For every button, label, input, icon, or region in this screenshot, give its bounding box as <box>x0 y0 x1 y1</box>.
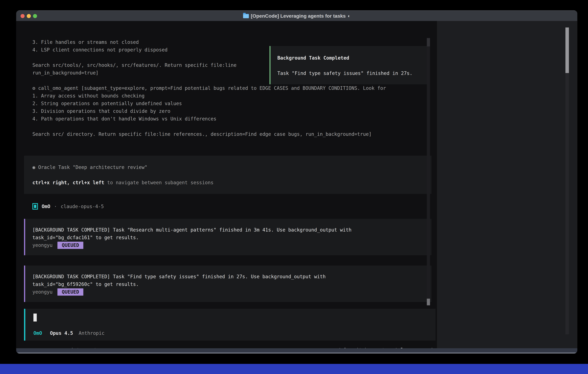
background-task-toast: Background Task Completed Task "Find typ… <box>270 46 430 84</box>
task-result-meta: yeongyuQUEUED <box>32 241 431 249</box>
tool-call-tail: Search src/ directory. Return specific f… <box>32 130 423 138</box>
prompt-input[interactable]: OmO Opus 4.5 Anthropic <box>24 309 435 341</box>
folder-icon <box>243 14 249 18</box>
transcript-line: 3. File handles or streams not closed <box>32 38 423 46</box>
task-result-meta: yeongyuQUEUED <box>32 288 431 296</box>
input-agent-name: OmO <box>33 329 42 337</box>
tool-call-item: 1. Array access without bounds checking <box>32 92 423 100</box>
agent-header: OmO · claude-opus-4-5 <box>32 202 104 210</box>
transcript-spacer <box>32 123 423 130</box>
window-titlebar[interactable]: [OpenCode] Leveraging agents for tasks ◐ <box>16 10 577 21</box>
toast-body: Task "Find type safety issues" finished … <box>277 69 429 77</box>
sidebar-scrollbar-thumb[interactable] <box>566 28 569 73</box>
close-button[interactable] <box>21 14 25 18</box>
gear-icon: ⚙ <box>32 85 35 91</box>
input-provider-name: Anthropic <box>79 329 105 337</box>
task-author: yeongyu <box>32 242 52 248</box>
agent-icon <box>32 203 38 209</box>
separator-dot: · <box>54 203 57 210</box>
task-result-line1: [BACKGROUND TASK COMPLETED] Task "Find t… <box>32 273 431 280</box>
agent-name: OmO <box>42 203 50 210</box>
model-line: OmO Opus 4.5 Anthropic <box>33 329 105 337</box>
oracle-hint-line: ctrl+x right, ctrl+x left to navigate be… <box>32 179 431 187</box>
task-result-line1: [BACKGROUND TASK COMPLETED] Task "Resear… <box>32 226 431 234</box>
oracle-keybinding-desc: to navigate between subagent sessions <box>104 180 214 185</box>
task-result-line2: task_id="bg_6f59260c" to get results. <box>32 280 431 288</box>
task-author: yeongyu <box>32 289 52 295</box>
window-title: [OpenCode] Leveraging agents for tasks <box>251 13 346 19</box>
tool-call-text: call_omo_agent [subagent_type=explore, p… <box>38 85 386 91</box>
oracle-title-line: ◉ Oracle Task "Deep architecture review" <box>32 163 431 171</box>
toast-spacer <box>277 62 429 69</box>
desktop-wallpaper-band <box>0 364 588 374</box>
oracle-keybinding: ctrl+x right, ctrl+x left <box>32 180 104 185</box>
terminal-window: [OpenCode] Leveraging agents for tasks ◐… <box>16 10 577 353</box>
zoom-button[interactable] <box>33 14 37 18</box>
oracle-spacer <box>32 171 431 179</box>
oracle-task-box: ◉ Oracle Task "Deep architecture review"… <box>24 156 431 194</box>
task-result-line2: task_id="bg_dcfac161" to get results. <box>32 234 431 241</box>
text-cursor <box>33 313 37 322</box>
main-content: 3. File handles or streams not closed 4.… <box>16 21 437 348</box>
tool-call-item: 4. Path operations that don't handle Win… <box>32 115 423 123</box>
status-badge: QUEUED <box>57 288 83 296</box>
record-icon: ◉ <box>32 165 35 170</box>
tool-call-line: ⚙ call_omo_agent [subagent_type=explore,… <box>32 84 423 92</box>
task-result-card: [BACKGROUND TASK COMPLETED] Task "Resear… <box>24 219 431 255</box>
main-scrollbar-track[interactable] <box>427 38 430 306</box>
status-badge: QUEUED <box>57 242 83 249</box>
window-footer <box>16 348 577 353</box>
input-model-name: Opus 4.5 <box>50 329 73 337</box>
traffic-lights <box>21 11 37 21</box>
sidebar-scrollbar-track[interactable] <box>566 28 569 334</box>
session-sidebar: Leveraging agents for tasks Context 66,5… <box>437 21 577 348</box>
oracle-title: Oracle Task "Deep architecture review" <box>38 165 147 170</box>
main-scrollbar-thumb[interactable] <box>427 299 430 305</box>
toast-title: Background Task Completed <box>277 54 429 62</box>
desktop: [OpenCode] Leveraging agents for tasks ◐… <box>0 0 588 374</box>
main-scrollbar-top-segment <box>427 38 430 46</box>
session-status-icon: ◐ <box>348 13 350 19</box>
task-result-card: [BACKGROUND TASK COMPLETED] Task "Find t… <box>24 266 431 302</box>
minimize-button[interactable] <box>27 14 31 18</box>
tool-call-item: 2. String operations on potentially unde… <box>32 100 423 107</box>
tool-call-item: 3. Division operations that could divide… <box>32 107 423 115</box>
agent-model: claude-opus-4-5 <box>61 203 104 210</box>
